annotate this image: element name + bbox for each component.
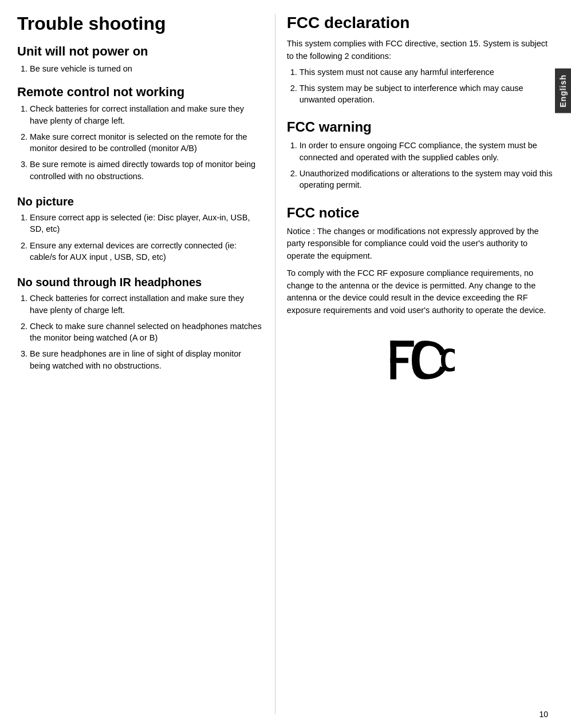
section-no-picture-heading: No picture [17,195,263,208]
fcc-declaration-body: This system complies with FCC directive,… [287,38,554,63]
list-item: This system must not cause any harmful i… [300,66,554,78]
language-tab: English [555,69,571,113]
svg-rect-1 [390,341,414,347]
list-item: Be sure remote is aimed directly towards… [30,159,263,182]
section-unit-power-list: Be sure vehicle is turned on [17,63,263,74]
list-item: Ensure correct app is selected (ie: Disc… [30,212,263,235]
svg-rect-2 [390,358,408,363]
list-item: Check to make sure channel selected on h… [30,321,263,344]
list-item: In order to ensure ongoing FCC complianc… [300,140,554,163]
section-remote-list: Check batteries for correct installation… [17,103,263,182]
section-no-sound-heading: No sound through IR headphones [17,275,263,289]
section-unit-power-heading: Unit will not power on [17,44,263,59]
right-column: FCC declaration This system complies wit… [275,14,554,714]
left-column: Trouble shooting Unit will not power on … [17,14,275,714]
section-no-sound-list: Check batteries for correct installation… [17,292,263,371]
fcc-logo [287,334,554,386]
fcc-warning-title: FCC warning [287,119,554,135]
fcc-declaration-list: This system must not cause any harmful i… [287,66,554,106]
page-number: 10 [539,710,548,719]
list-item: Ensure any external devices are correctl… [30,240,263,263]
list-item: Make sure correct monitor is selected on… [30,131,263,155]
fcc-notice-body1: Notice : The changes or modifications no… [287,225,554,263]
list-item: Check batteries for correct installation… [30,103,263,126]
main-title: Trouble shooting [17,14,263,34]
list-item: Be sure headphones are in line of sight … [30,348,263,371]
section-remote-heading: Remote control not working [17,85,263,100]
list-item: Unauthorized modifications or alteration… [300,168,554,191]
list-item: Check batteries for correct installation… [30,292,263,316]
fcc-declaration-title: FCC declaration [287,14,554,32]
list-item: Be sure vehicle is turned on [30,63,263,74]
fcc-notice-body2: To comply with the FCC RF exposure compl… [287,267,554,317]
list-item: This system may be subject to interferen… [300,82,554,106]
fcc-warning-list: In order to ensure ongoing FCC complianc… [287,140,554,191]
section-no-picture-list: Ensure correct app is selected (ie: Disc… [17,212,263,263]
fcc-notice-title: FCC notice [287,205,554,221]
